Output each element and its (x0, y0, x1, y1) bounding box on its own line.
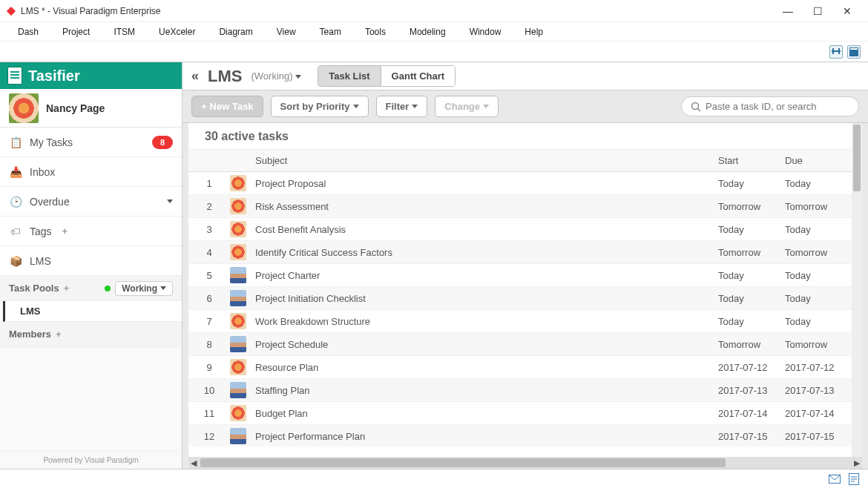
change-dropdown[interactable]: Change (435, 96, 499, 117)
sort-dropdown[interactable]: Sort by Priority (271, 96, 369, 117)
plus-icon[interactable]: + (64, 283, 70, 294)
row-due: Tomorrow (785, 339, 852, 350)
scroll-left-icon[interactable]: ◀ (188, 458, 199, 468)
table-row[interactable]: 7Work Breakdown StructureTodayToday (188, 310, 862, 333)
table-row[interactable]: 12Project Performance Plan2017-07-152017… (188, 425, 862, 446)
table-header: Subject Start Due (188, 150, 862, 172)
nav-overdue[interactable]: 🕑 Overdue (0, 187, 182, 217)
row-index: 7 (188, 316, 230, 327)
scroll-right-icon[interactable]: ▶ (852, 458, 862, 468)
mail-icon[interactable] (828, 473, 841, 485)
minimize-button[interactable]: — (773, 1, 803, 22)
search-input[interactable] (706, 101, 849, 112)
menu-view[interactable]: View (265, 27, 308, 37)
menu-tools[interactable]: Tools (353, 27, 398, 37)
nav-inbox[interactable]: 📥 Inbox (0, 157, 182, 187)
section-label: Members (9, 329, 51, 340)
row-due: Today (785, 316, 852, 327)
plus-icon[interactable]: + (62, 225, 68, 237)
svg-point-6 (692, 102, 699, 109)
pool-item-lms[interactable]: LMS (3, 301, 182, 322)
sidebar-header: Tasifier (0, 62, 182, 89)
row-index: 11 (188, 408, 230, 419)
assignee-avatar-icon (230, 382, 246, 398)
note-icon[interactable] (847, 473, 861, 485)
nav-label: My Tasks (30, 136, 73, 148)
pool-item-label: LMS (20, 306, 40, 317)
col-subject[interactable]: Subject (252, 155, 718, 166)
tasks-count-header: 30 active tasks (188, 123, 862, 150)
user-row[interactable]: Nancy Page (0, 89, 182, 128)
row-index: 5 (188, 270, 230, 281)
sidebar-footer: Powered by Visual Paradigm (0, 451, 182, 469)
button-label: Filter (386, 101, 410, 112)
menu-modeling[interactable]: Modeling (398, 27, 458, 37)
app-logo-icon (6, 6, 16, 16)
assignee-avatar-icon (230, 336, 246, 352)
col-due[interactable]: Due (785, 155, 852, 166)
row-subject: Project Initiation Checklist (252, 293, 718, 304)
row-index: 12 (188, 431, 230, 442)
table-row[interactable]: 1Project ProposalTodayToday (188, 172, 862, 195)
project-state[interactable]: (Working) (251, 70, 301, 82)
table-row[interactable]: 9Resource Plan2017-07-122017-07-12 (188, 356, 862, 379)
table-row[interactable]: 8Project ScheduleTomorrowTomorrow (188, 333, 862, 356)
collapse-sidebar-button[interactable]: « (191, 68, 199, 84)
nav-my-tasks[interactable]: 📋 My Tasks 8 (0, 128, 182, 157)
col-start[interactable]: Start (718, 155, 785, 166)
box-icon: 📦 (9, 254, 22, 268)
nav-lms[interactable]: 📦 LMS (0, 246, 182, 276)
toolbar-icon-2[interactable] (847, 45, 861, 59)
new-task-button[interactable]: + New Task (191, 96, 263, 117)
table-row[interactable]: 11Budget Plan2017-07-142017-07-14 (188, 402, 862, 425)
row-index: 1 (188, 178, 230, 189)
sidebar-title: Tasifier (28, 67, 80, 85)
row-start: 2017-07-13 (718, 385, 785, 396)
menu-help[interactable]: Help (513, 27, 555, 37)
row-index: 4 (188, 247, 230, 258)
row-start: Today (718, 224, 785, 235)
horizontal-scrollbar[interactable]: ◀ ▶ (188, 457, 862, 469)
close-button[interactable]: ✕ (832, 1, 862, 22)
toolbar-icon-1[interactable] (829, 45, 843, 59)
search-box[interactable] (681, 96, 859, 116)
svg-line-7 (698, 108, 701, 111)
table-row[interactable]: 2Risk AssessmentTomorrowTomorrow (188, 195, 862, 218)
table-row[interactable]: 4Identify Critical Success FactorsTomorr… (188, 241, 862, 264)
chevron-down-icon (483, 105, 489, 108)
main-area: Tasifier Nancy Page 📋 My Tasks 8 📥 Inbox… (0, 62, 868, 469)
nav-label: LMS (30, 255, 51, 267)
table-row[interactable]: 5Project CharterTodayToday (188, 264, 862, 287)
row-due: Today (785, 270, 852, 281)
section-members: Members + (0, 322, 182, 347)
maximize-button[interactable]: ☐ (803, 1, 832, 22)
row-index: 6 (188, 293, 230, 304)
vertical-scrollbar[interactable] (852, 123, 862, 457)
tab-task-list[interactable]: Task List (318, 66, 381, 86)
plus-icon[interactable]: + (56, 329, 62, 340)
user-name: Nancy Page (46, 102, 105, 114)
tab-gantt-chart[interactable]: Gantt Chart (381, 66, 456, 86)
table-row[interactable]: 6Project Initiation ChecklistTodayToday (188, 287, 862, 310)
window-title: LMS * - Visual Paradigm Enterprise (21, 6, 773, 16)
table-row[interactable]: 3Cost Benefit AnalysisTodayToday (188, 218, 862, 241)
filter-dropdown[interactable]: Filter (376, 96, 428, 117)
menu-project[interactable]: Project (50, 27, 102, 37)
menu-window[interactable]: Window (458, 27, 513, 37)
menu-uexceler[interactable]: UeXceler (147, 27, 207, 37)
row-index: 3 (188, 224, 230, 235)
row-start: 2017-07-15 (718, 431, 785, 442)
table-row[interactable]: 10Staffing Plan2017-07-132017-07-13 (188, 379, 862, 402)
menu-itsm[interactable]: ITSM (102, 27, 147, 37)
nav-tags[interactable]: 🏷 Tags + (0, 217, 182, 246)
assignee-avatar-icon (230, 405, 246, 421)
badge-count: 8 (152, 136, 173, 149)
row-subject: Cost Benefit Analysis (252, 224, 718, 235)
assignee-avatar-icon (230, 359, 246, 375)
menu-team[interactable]: Team (308, 27, 353, 37)
menu-diagram[interactable]: Diagram (207, 27, 264, 37)
pool-filter-dropdown[interactable]: Working (115, 281, 173, 296)
row-index: 10 (188, 385, 230, 396)
nav-label: Overdue (30, 196, 70, 208)
menu-dash[interactable]: Dash (6, 27, 50, 37)
